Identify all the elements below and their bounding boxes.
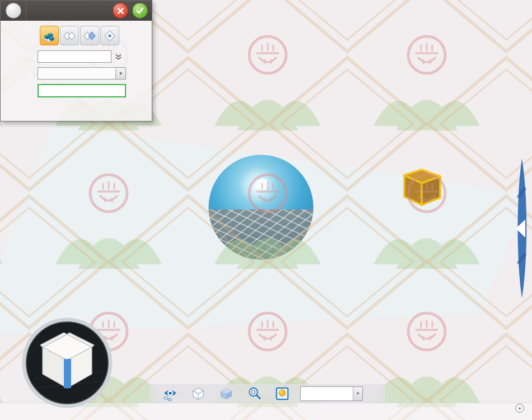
method-field-row: ▾ [5,67,147,80]
render-scene-icon[interactable] [274,386,290,402]
chevron-down-icon[interactable]: ▾ [115,68,125,79]
nested-diamond-icon[interactable] [100,26,119,45]
shaded-cube-icon[interactable] [218,386,234,402]
dialog-body: ▾ [1,21,152,121]
bottom-toolbar: ▾ [150,384,385,403]
check-icon [136,6,144,15]
method-dropdown[interactable]: ▾ [38,67,126,80]
zoom-magnifier-icon[interactable] [246,386,262,402]
plane-field-row [5,84,147,97]
wireframe-cube-icon[interactable] [190,386,206,402]
cube-object[interactable] [404,170,440,205]
side-panel-tab[interactable] [507,154,532,302]
visibility-eye-icon[interactable] [162,386,178,402]
info-icon[interactable] [6,3,21,18]
dialog-toolbar [5,26,147,45]
cancel-button[interactable] [113,3,128,18]
plane-input[interactable] [38,84,126,97]
solids-stack-icon[interactable] [40,26,59,45]
dialog-header [1,1,152,21]
app-window: ▾ ▾ [0,0,532,420]
entity-input[interactable] [38,50,111,63]
status-bar: ▾ [511,404,524,413]
display-filter-dropdown[interactable]: ▾ [300,386,363,401]
command-dialog: ▾ [0,0,152,122]
two-white-diamonds-icon[interactable] [60,26,79,45]
sphere-object[interactable] [209,155,314,260]
header-divider [26,1,26,21]
white-blue-diamond-icon[interactable] [80,26,99,45]
highlighted-edge[interactable] [64,359,71,388]
expand-chevrons-icon[interactable] [111,50,125,63]
cross-icon [116,7,125,15]
units-chevron-icon[interactable]: ▾ [515,404,524,413]
entity-field-row [5,50,147,63]
view-cube-navigator[interactable] [19,318,115,410]
chevron-down-icon[interactable]: ▾ [353,387,362,400]
confirm-button[interactable] [132,3,148,18]
